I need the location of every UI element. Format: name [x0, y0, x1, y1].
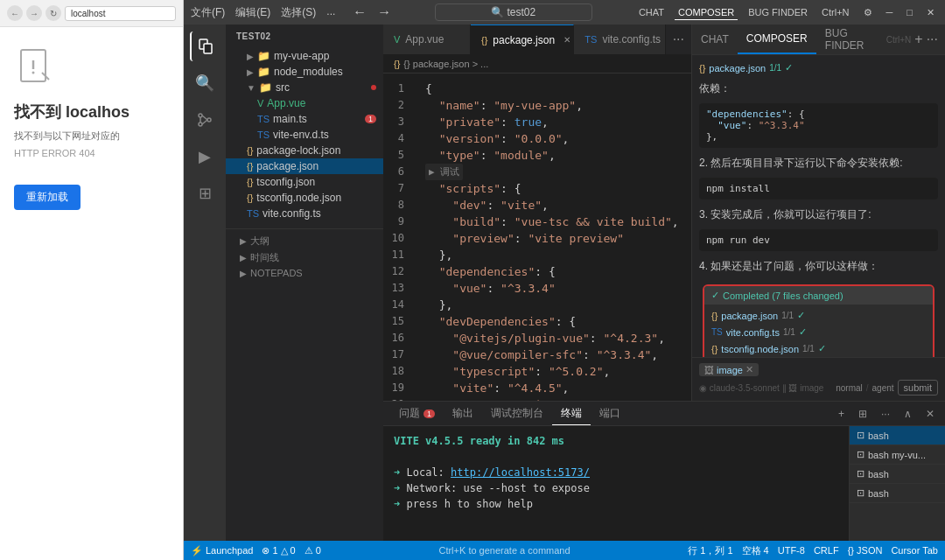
reload-button-page[interactable]: 重新加载: [14, 185, 80, 210]
error-desc: 找不到与以下网址对应的: [14, 130, 120, 143]
panel-minimize-btn[interactable]: ∧: [900, 406, 915, 422]
window-maximize-icon[interactable]: □: [903, 5, 916, 19]
title-actions: CHAT COMPOSER BUG FINDER Ctrl+N ⚙ ─ □ ✕: [635, 5, 938, 20]
panel-tab-problems[interactable]: 问题 1: [390, 402, 444, 425]
sidebar-item-package-json[interactable]: {} package.json: [226, 158, 383, 174]
terminal-line-1: VITE v4.5.5 ready in 842 ms: [394, 433, 838, 449]
timeline-toggle[interactable]: ▶ 时间线: [226, 249, 383, 266]
extensions-icon[interactable]: ⊞: [190, 178, 220, 208]
search-icon[interactable]: 🔍: [190, 68, 220, 98]
code-line-10: "preview": "vite preview": [415, 230, 691, 247]
notepads-toggle[interactable]: ▶ NOTEPADS: [226, 266, 383, 280]
context-file-ref: {} package.json 1/1 ✓: [699, 62, 938, 74]
reload-button[interactable]: ↻: [46, 5, 61, 21]
panel-add-terminal-btn[interactable]: +: [835, 406, 848, 422]
sidebar-item-vite-config[interactable]: TS vite.config.ts: [226, 206, 383, 221]
ctrl-n-btn[interactable]: Ctrl+N: [818, 5, 852, 19]
mode-normal-label[interactable]: normal: [836, 383, 863, 393]
status-warnings[interactable]: ⚠0: [304, 545, 321, 556]
panel-close-btn[interactable]: ✕: [922, 406, 938, 422]
menu-file[interactable]: 文件(F): [191, 5, 225, 20]
status-encoding[interactable]: UTF-8: [778, 545, 805, 556]
status-cursor-pos[interactable]: 行 1，列 1: [688, 544, 732, 557]
svg-point-8: [207, 118, 211, 122]
sidebar-item-main-ts[interactable]: TS main.ts 1: [226, 111, 383, 127]
nav-forward-icon[interactable]: →: [377, 4, 391, 20]
sidebar-item-node-modules[interactable]: ▶ 📁 node_modules: [226, 64, 383, 80]
explorer-icon[interactable]: [190, 32, 220, 61]
menu-select[interactable]: 选择(S): [281, 5, 316, 20]
sidebar-item-package-lock[interactable]: {} package-lock.json: [226, 143, 383, 158]
tab-package-json[interactable]: {} package.json ✕: [471, 24, 574, 54]
composer-tab-header[interactable]: COMPOSER: [675, 5, 738, 20]
sidebar-item-app-vue[interactable]: V App.vue: [226, 95, 383, 111]
sidebar-item-tsconfig-node[interactable]: {} tsconfig.node.json: [226, 190, 383, 206]
sidebar-item-tsconfig[interactable]: {} tsconfig.json: [226, 174, 383, 190]
chat-code-npm-install: npm install: [699, 178, 938, 200]
terminal-tabs-sidebar: ⊡ bash ⊡ bash my-vu... ⊡ bash ⊡ bash: [849, 426, 945, 541]
panel-tab-ports[interactable]: 端口: [591, 402, 629, 425]
terminal-tab-bash-3[interactable]: ⊡ bash: [850, 465, 945, 484]
terminal-tab-bash-2[interactable]: ⊡ bash my-vu...: [850, 445, 945, 465]
code-line-6[interactable]: ▶ 调试: [415, 164, 691, 180]
panel-tab-terminal[interactable]: 终端: [552, 402, 591, 425]
panel-tab-debug[interactable]: 调试控制台: [482, 402, 552, 425]
status-eol[interactable]: CRLF: [814, 545, 839, 556]
chat-tab-bugfinder[interactable]: BUG FINDER: [816, 24, 886, 54]
terminal-area[interactable]: VITE v4.5.5 ready in 842 ms ➜ Local: htt…: [383, 426, 849, 541]
editor-area: V App.vue {} package.json ✕ TS vite.conf…: [383, 24, 691, 401]
tab-bar: V App.vue {} package.json ✕ TS vite.conf…: [383, 24, 691, 55]
sidebar-item-my-vue-app[interactable]: ▶ 📁 my-vue-app: [226, 48, 383, 64]
global-search-box[interactable]: 🔍 test02: [435, 4, 592, 21]
chat-tab-composer[interactable]: COMPOSER: [738, 24, 816, 54]
code-line-5: "type": "module",: [415, 147, 691, 164]
tab-more-btn[interactable]: ···: [666, 24, 691, 54]
window-minimize-icon[interactable]: ─: [883, 5, 897, 19]
code-line-8: "dev": "vite",: [415, 197, 691, 214]
chat-tab-header[interactable]: CHAT: [635, 5, 668, 19]
status-spaces[interactable]: 空格 4: [742, 544, 769, 557]
editor-chat-container: V App.vue {} package.json ✕ TS vite.conf…: [383, 24, 945, 541]
chat-add-icon[interactable]: +: [914, 32, 922, 47]
status-cursor-style[interactable]: Cursor Tab: [891, 545, 938, 556]
status-launchpad[interactable]: ⚡Launchpad: [191, 545, 253, 556]
chat-header: CHAT COMPOSER BUG FINDER Ctrl+N + ···: [692, 24, 945, 55]
code-editor[interactable]: 1 2 3 4 5 6 7 8 9 10 11 12 13: [383, 74, 691, 401]
forward-button[interactable]: →: [26, 5, 42, 21]
window-close-icon[interactable]: ✕: [923, 5, 938, 20]
mode-agent-label[interactable]: agent: [872, 383, 894, 393]
tab-app-vue[interactable]: V App.vue: [383, 24, 471, 54]
back-button[interactable]: ←: [7, 5, 23, 21]
bugfinder-tab-header[interactable]: BUG FINDER: [745, 5, 811, 19]
panel-split-btn[interactable]: ⊞: [855, 406, 871, 422]
chat-msg-4: 4. 如果还是出了问题，你可以这样做：: [699, 258, 938, 274]
sidebar-item-vite-env[interactable]: TS vite-env.d.ts: [226, 127, 383, 143]
settings-icon[interactable]: ⚙: [860, 5, 876, 20]
code-content[interactable]: { "name": "my-vue-app", "private": true,…: [415, 74, 691, 401]
tab-vite-config[interactable]: TS vite.config.ts: [574, 24, 665, 54]
model-label: ◉ claude-3.5-sonnet ∥ 🖼 image: [699, 383, 823, 393]
outline-toggle[interactable]: ▶ 大纲: [226, 233, 383, 249]
nav-back-icon[interactable]: ←: [353, 4, 367, 20]
remove-image-btn[interactable]: ✕: [746, 364, 753, 375]
debug-icon[interactable]: ▶: [190, 142, 220, 172]
terminal-tab-bash-1[interactable]: ⊡ bash: [850, 426, 945, 445]
activity-bar: 🔍 ▶ ⊞: [184, 24, 226, 541]
close-package-json[interactable]: ✕: [564, 35, 570, 45]
panel-more-btn[interactable]: ···: [878, 406, 893, 422]
image-badge: 🖼 image ✕: [699, 363, 759, 376]
terminal-tab-bash-4[interactable]: ⊡ bash: [850, 484, 945, 503]
chat-msg-dep-label: 依赖：: [699, 80, 938, 96]
chat-more-icon[interactable]: ···: [927, 32, 938, 47]
status-errors[interactable]: ⊗1 △0: [262, 545, 295, 556]
status-bar-left: ⚡Launchpad ⊗1 △0 ⚠0: [191, 545, 321, 556]
menu-edit[interactable]: 编辑(E): [235, 5, 270, 20]
chat-tab-chat[interactable]: CHAT: [692, 24, 738, 54]
panel-tab-output[interactable]: 输出: [444, 402, 482, 425]
source-control-icon[interactable]: [190, 105, 220, 135]
sidebar-item-src[interactable]: ▼ 📁 src: [226, 80, 383, 95]
submit-button[interactable]: submit: [898, 380, 938, 396]
menu-more[interactable]: ...: [326, 5, 335, 20]
url-bar[interactable]: localhost: [65, 6, 176, 21]
status-language[interactable]: {} JSON: [848, 545, 883, 556]
